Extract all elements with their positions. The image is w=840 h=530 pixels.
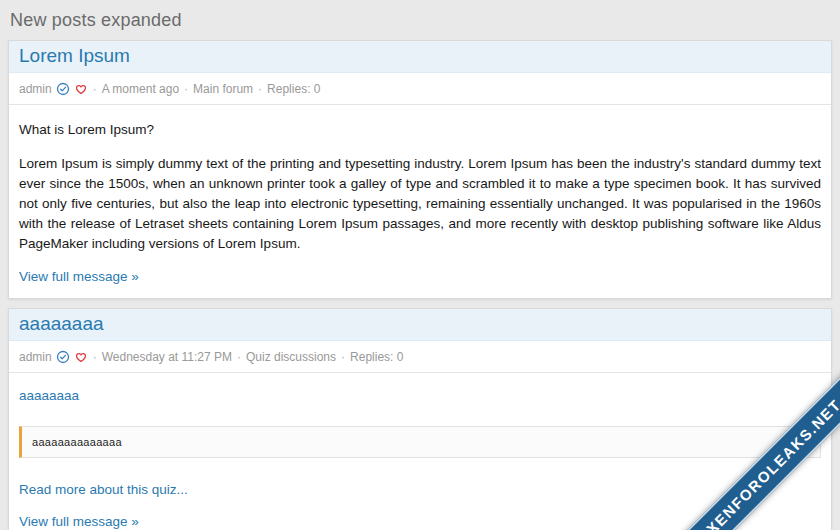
heart-icon xyxy=(74,350,88,364)
post-time: Wednesday at 11:27 PM xyxy=(102,350,232,364)
post-card-quiz: aaaaaaaa admin · Wednesday at 11:27 PM ·… xyxy=(8,308,832,530)
view-full-message-link[interactable]: View full message » xyxy=(19,269,139,284)
post-body: aaaaaaaa aaaaaaaaaaaaaa Read more about … xyxy=(9,373,831,530)
forum-link[interactable]: Quiz discussions xyxy=(246,350,336,364)
read-more-quiz-link[interactable]: Read more about this quiz... xyxy=(19,482,188,497)
replies-count: Replies: 0 xyxy=(350,350,403,364)
view-full-message-link[interactable]: View full message » xyxy=(19,514,139,529)
meta-separator: · xyxy=(92,350,98,364)
quote-text: aaaaaaaaaaaaaa xyxy=(32,436,122,448)
author-link[interactable]: admin xyxy=(19,350,52,364)
post-card-lorem-ipsum: Lorem Ipsum admin · A moment ago · Main … xyxy=(8,40,832,299)
meta-separator: · xyxy=(92,82,98,96)
post-meta-row: admin · Wednesday at 11:27 PM · Quiz dis… xyxy=(9,341,831,373)
new-posts-page: { "ui": { "dot": "\u00b7" }, "page": { "… xyxy=(0,0,840,530)
verified-check-icon xyxy=(56,82,70,96)
page-title: New posts expanded xyxy=(0,0,840,31)
meta-separator: · xyxy=(340,350,346,364)
post-body: What is Lorem Ipsum? Lorem Ipsum is simp… xyxy=(9,105,831,298)
quiz-title-link[interactable]: aaaaaaaa xyxy=(19,388,79,403)
meta-separator: · xyxy=(236,350,242,364)
meta-separator: · xyxy=(257,82,263,96)
meta-separator: · xyxy=(183,82,189,96)
post-text-line: What is Lorem Ipsum? xyxy=(19,120,821,140)
thread-title-band: Lorem Ipsum xyxy=(9,41,831,73)
thread-title-link[interactable]: aaaaaaaa xyxy=(19,313,104,334)
post-time: A moment ago xyxy=(102,82,179,96)
thread-title-link[interactable]: Lorem Ipsum xyxy=(19,45,130,66)
quote-block: aaaaaaaaaaaaaa xyxy=(19,426,821,458)
verified-check-icon xyxy=(56,350,70,364)
forum-link[interactable]: Main forum xyxy=(193,82,253,96)
heart-icon xyxy=(74,82,88,96)
post-meta-row: admin · A moment ago · Main forum · Repl… xyxy=(9,73,831,105)
thread-title-band: aaaaaaaa xyxy=(9,309,831,341)
replies-count: Replies: 0 xyxy=(267,82,320,96)
post-text-paragraph: Lorem Ipsum is simply dummy text of the … xyxy=(19,154,821,254)
author-link[interactable]: admin xyxy=(19,82,52,96)
